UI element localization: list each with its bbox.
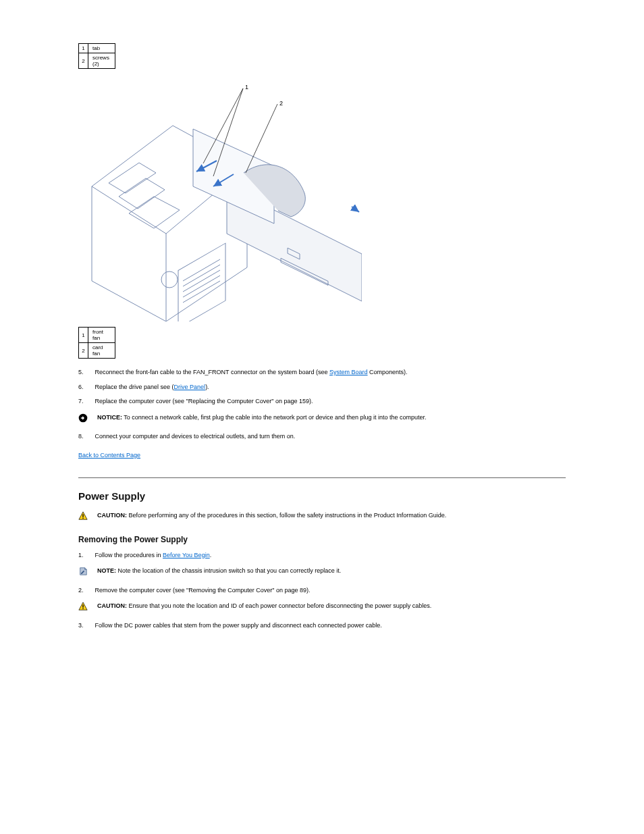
- cell: 1: [79, 328, 88, 343]
- section-divider: [78, 477, 566, 478]
- svg-line-3: [183, 270, 220, 292]
- cell: screws (2): [88, 53, 115, 69]
- svg-line-4: [183, 276, 220, 297]
- notice-icon: [78, 413, 93, 426]
- caution-label: CAUTION:: [97, 512, 127, 519]
- cell: front fan: [88, 328, 115, 343]
- svg-rect-16: [82, 608, 83, 609]
- step-8: 8. Connect your computer and devices to …: [78, 432, 566, 442]
- link-system-board-components[interactable]: System Board: [329, 369, 368, 375]
- caution-block-2: CAUTION: Ensure that you note the locati…: [78, 602, 566, 615]
- step-5: 5. Reconnect the front-fan cable to the …: [78, 368, 566, 377]
- note-icon: [78, 567, 93, 579]
- note-block: NOTE: Note the location of the chassis i…: [78, 567, 566, 579]
- link-before-you-begin[interactable]: Before You Begin: [163, 552, 210, 558]
- caution-icon: [78, 602, 93, 615]
- subsection-title-removing-power-supply: Removing the Power Supply: [78, 535, 566, 544]
- back-link-line: Back to Contents Page: [78, 451, 566, 461]
- svg-line-2: [183, 265, 220, 286]
- caution-text: Before performing any of the procedures …: [127, 512, 446, 519]
- callout-label-2: 2: [279, 100, 283, 107]
- sub-step-1: 1. Follow the procedures in Before You B…: [78, 551, 566, 561]
- svg-line-5: [183, 281, 220, 303]
- svg-rect-0: [178, 243, 225, 321]
- cell: 1: [79, 44, 88, 53]
- section-title-power-supply: Power Supply: [78, 490, 566, 502]
- caution-text: Ensure that you note the location and ID…: [127, 602, 431, 609]
- link-back-to-contents[interactable]: Back to Contents Page: [78, 452, 140, 459]
- caution-label: CAUTION:: [97, 602, 127, 609]
- svg-rect-15: [82, 604, 83, 607]
- svg-point-6: [161, 271, 178, 288]
- callout-label-1: 1: [245, 84, 248, 90]
- caution-icon: [78, 511, 93, 524]
- svg-line-1: [183, 259, 220, 281]
- notice-label: NOTICE:: [97, 414, 122, 421]
- link-drive-panel[interactable]: Drive Panel: [174, 384, 206, 390]
- assembly-figure: 1 2: [78, 78, 362, 321]
- svg-rect-14: [82, 518, 83, 519]
- notice-text: To connect a network cable, first plug t…: [122, 414, 427, 421]
- svg-rect-13: [82, 514, 83, 517]
- cell: 2: [79, 53, 88, 69]
- cell: tab: [88, 44, 115, 53]
- cell: 2: [79, 343, 88, 359]
- step-7: 7. Replace the computer cover (see "Repl…: [78, 397, 566, 407]
- sub-step-2: 2. Remove the computer cover (see "Remov…: [78, 586, 566, 596]
- notice-block: NOTICE: To connect a network cable, firs…: [78, 413, 566, 426]
- cell: card fan: [88, 343, 115, 359]
- step-6: 6. Replace the drive panel see (Drive Pa…: [78, 383, 566, 392]
- callout-table-1: 1 tab 2 screws (2): [78, 43, 115, 69]
- caution-block-1: CAUTION: Before performing any of the pr…: [78, 511, 566, 524]
- note-label: NOTE:: [97, 567, 116, 574]
- note-text: Note the location of the chassis intrusi…: [116, 567, 341, 574]
- callout-table-2: 1 front fan 2 card fan: [78, 327, 115, 359]
- sub-step-3: 3. Follow the DC power cables that stem …: [78, 621, 566, 631]
